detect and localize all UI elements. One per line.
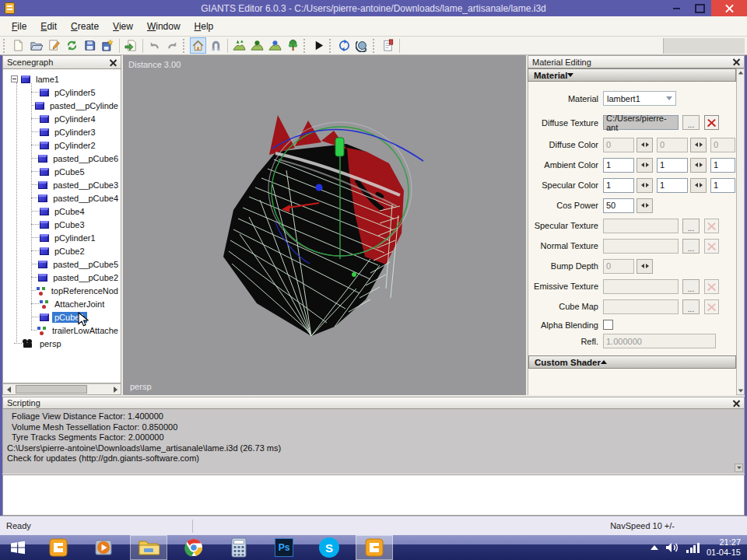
- script-input-area[interactable]: [2, 474, 745, 516]
- start-button[interactable]: [0, 535, 36, 560]
- spinner-icon[interactable]: [690, 178, 707, 193]
- taskbar-calculator[interactable]: [223, 535, 254, 560]
- tree-node[interactable]: pCube4: [3, 205, 121, 218]
- taskbar-clock[interactable]: 21:27 01-04-15: [707, 537, 741, 558]
- diffuse-color-r-field[interactable]: 0: [603, 138, 634, 152]
- visualization-button[interactable]: [354, 37, 370, 54]
- ambient-color-r-field[interactable]: 1: [603, 158, 634, 173]
- ambient-color-g-field[interactable]: 1: [657, 158, 688, 173]
- taskbar-media-player[interactable]: [88, 535, 119, 560]
- specular-color-g-field[interactable]: 1: [657, 178, 688, 193]
- move-home-button[interactable]: [190, 37, 206, 54]
- material-section-header[interactable]: Material: [528, 68, 736, 82]
- normal-texture-browse-button[interactable]: ...: [682, 239, 700, 254]
- ambient-color-b-field[interactable]: 1: [710, 158, 735, 173]
- reload-shaders-button[interactable]: [336, 37, 352, 54]
- tree-node[interactable]: pasted__pCylinde: [3, 99, 121, 112]
- material-panel-close-icon[interactable]: [733, 58, 740, 65]
- menu-edit[interactable]: Edit: [33, 19, 64, 34]
- scroll-right-icon[interactable]: [110, 384, 121, 394]
- terrain-smooth-button[interactable]: [249, 37, 265, 54]
- foliage-paint-button[interactable]: [285, 37, 301, 54]
- undo-button[interactable]: [146, 37, 163, 54]
- tree-node[interactable]: pasted__pCube2: [3, 271, 121, 284]
- tree-node[interactable]: AttacherJoint: [3, 297, 121, 310]
- tree-node[interactable]: pCube3: [3, 218, 121, 231]
- minimize-button[interactable]: [665, 0, 688, 16]
- material-select[interactable]: lambert1: [603, 91, 676, 106]
- collapse-section-icon[interactable]: [567, 73, 573, 77]
- tree-node[interactable]: pCylinder5: [3, 86, 121, 99]
- emissive-texture-browse-button[interactable]: ...: [682, 279, 700, 294]
- new-file-button[interactable]: [10, 37, 26, 54]
- scroll-down-icon[interactable]: [738, 390, 742, 393]
- specular-texture-field[interactable]: [603, 219, 679, 233]
- taskbar-chrome[interactable]: [178, 535, 209, 560]
- spinner-icon[interactable]: [690, 158, 707, 173]
- import-button[interactable]: [123, 37, 139, 54]
- material-vscrollbar[interactable]: [736, 68, 745, 395]
- cube-map-field[interactable]: [603, 299, 679, 314]
- play-button[interactable]: [310, 37, 327, 54]
- refl-field[interactable]: 1.000000: [603, 334, 716, 348]
- tree-node[interactable]: pCylinder1: [3, 231, 121, 244]
- show-hidden-icons-icon[interactable]: [651, 545, 658, 550]
- tree-node[interactable]: pCylinder3: [3, 125, 121, 138]
- tree-node[interactable]: pasted__pCube5: [3, 257, 121, 271]
- collapse-icon[interactable]: [11, 75, 18, 82]
- snap-magnet-button[interactable]: [208, 37, 224, 54]
- tree-node[interactable]: pCube5: [3, 165, 121, 178]
- specular-texture-browse-button[interactable]: ...: [682, 219, 700, 233]
- menu-file[interactable]: File: [5, 19, 33, 34]
- spinner-icon[interactable]: [637, 178, 653, 193]
- spinner-icon[interactable]: [637, 158, 653, 173]
- taskbar-giants-editor[interactable]: [43, 535, 74, 560]
- spinner-icon[interactable]: [637, 198, 653, 213]
- scrollbar-thumb[interactable]: [16, 385, 87, 394]
- taskbar-giants-editor-active[interactable]: [356, 535, 393, 560]
- model-lame-3d[interactable]: [123, 55, 526, 395]
- scroll-up-icon[interactable]: [738, 72, 742, 75]
- specular-color-r-field[interactable]: 1: [603, 178, 634, 193]
- taskbar-skype[interactable]: S: [314, 535, 345, 560]
- show-log-button[interactable]: [380, 37, 396, 54]
- menu-window[interactable]: Window: [140, 19, 188, 34]
- reload-button[interactable]: [64, 37, 80, 54]
- terrain-paint-button[interactable]: [267, 37, 283, 54]
- diffuse-color-g-field[interactable]: 0: [657, 138, 688, 152]
- scenegraph-close-icon[interactable]: [110, 59, 117, 66]
- tree-node[interactable]: topReferenceNod: [3, 284, 121, 297]
- tree-node[interactable]: pasted__pCube3: [3, 178, 121, 191]
- scenegraph-hscrollbar[interactable]: [2, 383, 121, 395]
- tree-node[interactable]: trailerLowAttache: [3, 324, 121, 337]
- tree-node-lame1[interactable]: lame1: [3, 72, 121, 86]
- emissive-texture-field[interactable]: [603, 279, 679, 294]
- scripting-log[interactable]: Foliage View Distance Factor: 1.400000 V…: [2, 409, 745, 474]
- taskbar-photoshop[interactable]: Ps: [268, 535, 300, 560]
- cube-map-browse-button[interactable]: ...: [682, 299, 700, 314]
- alpha-blending-checkbox[interactable]: [603, 320, 613, 330]
- menu-create[interactable]: Create: [64, 19, 106, 34]
- maximize-button[interactable]: [688, 0, 711, 16]
- volume-icon[interactable]: [665, 541, 679, 554]
- terrain-sculpt-button[interactable]: [231, 37, 247, 54]
- expand-section-icon[interactable]: [601, 360, 607, 364]
- menu-help[interactable]: Help: [188, 19, 221, 34]
- normal-texture-field[interactable]: [603, 239, 679, 254]
- save-button[interactable]: [82, 37, 98, 54]
- scroll-down-icon[interactable]: [735, 464, 743, 472]
- network-icon[interactable]: [686, 543, 700, 553]
- viewport-3d[interactable]: Distance 3.00: [123, 55, 526, 395]
- specular-color-b-field[interactable]: 1: [710, 178, 735, 193]
- spinner-icon[interactable]: [637, 138, 653, 152]
- taskbar-file-explorer[interactable]: [130, 535, 167, 560]
- spinner-icon[interactable]: [690, 138, 707, 152]
- cos-power-field[interactable]: 50: [603, 198, 634, 213]
- tree-node-persp[interactable]: persp: [3, 337, 121, 350]
- diffuse-texture-field[interactable]: C:/Users/pierre-ant: [603, 115, 679, 130]
- diffuse-texture-delete-button[interactable]: [704, 115, 719, 130]
- tree-node-selected[interactable]: pCube1: [3, 310, 121, 324]
- tree-node[interactable]: pCylinder4: [3, 112, 121, 125]
- menu-view[interactable]: View: [106, 19, 140, 34]
- edit-script-button[interactable]: [46, 37, 62, 54]
